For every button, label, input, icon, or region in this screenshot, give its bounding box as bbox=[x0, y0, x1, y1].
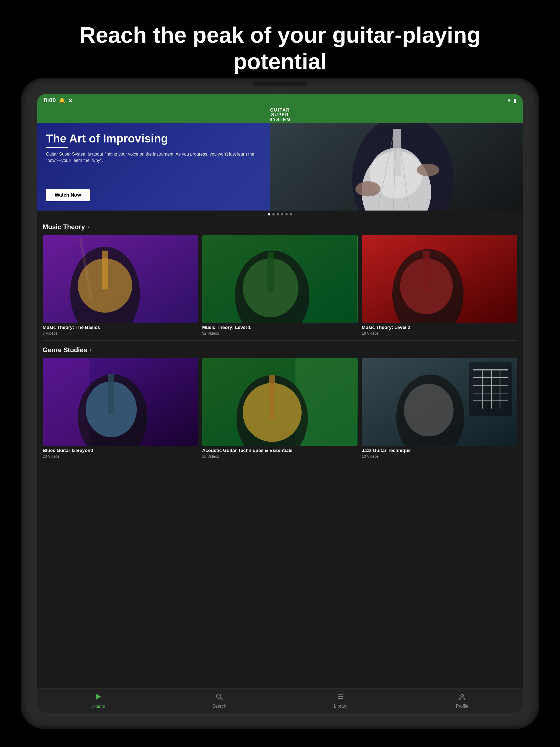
dot-4[interactable] bbox=[281, 213, 283, 215]
svg-point-46 bbox=[404, 384, 453, 437]
nav-item-profile[interactable]: Profile bbox=[446, 693, 479, 709]
video-card-music-theory-1[interactable]: Music Theory: The Basics 7 Videos bbox=[43, 235, 198, 335]
profile-label: Profile bbox=[456, 704, 468, 709]
hero-text-section: The Art of Improvising Guitar Super Syst… bbox=[37, 123, 270, 210]
thumbnail-4 bbox=[43, 358, 198, 446]
watch-now-button[interactable]: Watch Now bbox=[46, 189, 90, 201]
status-right: ▾ ▮ bbox=[508, 97, 516, 104]
section-genre-studies: Genre Studies › bbox=[37, 341, 523, 463]
video-card-music-theory-2[interactable]: Music Theory: Level 1 32 Videos bbox=[202, 235, 358, 335]
video-count-6: 10 Videos bbox=[362, 454, 517, 459]
banner-underline bbox=[46, 147, 68, 148]
status-left: 8:00 🔔 ⊙ bbox=[44, 97, 73, 104]
thumbnail-1 bbox=[43, 235, 198, 323]
svg-point-48 bbox=[217, 694, 221, 698]
profile-icon bbox=[458, 693, 466, 702]
svg-point-6 bbox=[417, 163, 439, 176]
thumbnail-3 bbox=[362, 235, 517, 323]
search-label: Search bbox=[212, 704, 226, 709]
banner-description: Guitar Super System is about finding you… bbox=[46, 151, 261, 163]
svg-line-49 bbox=[221, 698, 223, 700]
dot-1[interactable] bbox=[268, 213, 270, 215]
tablet-screen: 8:00 🔔 ⊙ ▾ ▮ GUITARSUPERSYSTEM The Art o… bbox=[37, 94, 523, 713]
explore-label: Explore bbox=[91, 704, 105, 709]
library-icon bbox=[337, 693, 345, 702]
hero-image-section bbox=[270, 123, 523, 210]
nav-item-library[interactable]: Library bbox=[324, 693, 357, 709]
dot-2[interactable] bbox=[272, 213, 275, 215]
notification-icon: 🔔 bbox=[59, 97, 65, 103]
section-title-music-theory: Music Theory bbox=[43, 223, 85, 231]
video-count-1: 7 Videos bbox=[43, 331, 198, 335]
section-header-genre-studies[interactable]: Genre Studies › bbox=[43, 346, 517, 354]
dot-5[interactable] bbox=[285, 213, 288, 215]
dot-3[interactable] bbox=[277, 213, 279, 215]
video-title-1: Music Theory: The Basics bbox=[43, 325, 198, 330]
video-count-5: 10 Videos bbox=[202, 454, 358, 459]
svg-marker-47 bbox=[96, 694, 101, 700]
video-title-3: Music Theory: Level 2 bbox=[362, 325, 517, 330]
hero-guitar-visual bbox=[270, 123, 523, 210]
svg-rect-15 bbox=[102, 251, 108, 289]
nav-item-search[interactable]: Search bbox=[203, 693, 236, 709]
video-grid-music-theory: Music Theory: The Basics 7 Videos bbox=[43, 235, 517, 335]
wifi-icon: ▾ bbox=[508, 97, 510, 104]
video-card-music-theory-3[interactable]: Music Theory: Level 2 19 Videos bbox=[362, 235, 517, 335]
app-logo: GUITARSUPERSYSTEM bbox=[269, 108, 291, 122]
video-count-2: 32 Videos bbox=[202, 331, 358, 335]
tablet-frame: 8:00 🔔 ⊙ ▾ ▮ GUITARSUPERSYSTEM The Art o… bbox=[22, 79, 538, 727]
video-count-4: 20 Videos bbox=[43, 454, 198, 459]
section-title-genre-studies: Genre Studies bbox=[43, 346, 87, 354]
status-bar: 8:00 🔔 ⊙ ▾ ▮ bbox=[37, 94, 523, 107]
video-title-4: Blues Guitar & Beyond bbox=[43, 448, 198, 453]
svg-rect-24 bbox=[423, 251, 430, 291]
thumbnail-2 bbox=[202, 235, 358, 323]
headline: Reach the peak of your guitar-playing po… bbox=[0, 0, 560, 88]
alarm-icon: ⊙ bbox=[68, 97, 73, 103]
carousel-dots bbox=[37, 210, 523, 217]
app-header: GUITARSUPERSYSTEM bbox=[37, 107, 523, 123]
hero-banner: The Art of Improvising Guitar Super Syst… bbox=[37, 123, 523, 210]
thumbnail-6 bbox=[362, 358, 517, 446]
thumbnail-5 bbox=[202, 358, 358, 446]
search-icon bbox=[215, 693, 223, 702]
section-music-theory: Music Theory › bbox=[37, 217, 523, 340]
chevron-icon-genre-studies: › bbox=[90, 346, 91, 354]
video-card-genre-2[interactable]: Acoustic Guitar Techniques & Essentials … bbox=[202, 358, 358, 459]
status-time: 8:00 bbox=[44, 97, 56, 104]
nav-item-explore[interactable]: Explore bbox=[81, 693, 114, 709]
explore-icon bbox=[94, 693, 102, 703]
video-grid-genre-studies: Blues Guitar & Beyond 20 Videos bbox=[43, 358, 517, 459]
content-area: Music Theory › bbox=[37, 217, 523, 688]
svg-rect-29 bbox=[108, 374, 114, 414]
video-title-5: Acoustic Guitar Techniques & Essentials bbox=[202, 448, 358, 453]
section-header-music-theory[interactable]: Music Theory › bbox=[43, 223, 517, 231]
svg-rect-4 bbox=[393, 129, 401, 176]
svg-rect-34 bbox=[269, 376, 275, 418]
library-label: Library bbox=[334, 704, 348, 709]
video-title-6: Jazz Guitar Technique bbox=[362, 448, 517, 453]
dot-6[interactable] bbox=[290, 213, 292, 215]
svg-point-53 bbox=[461, 694, 463, 697]
chevron-icon-music-theory: › bbox=[87, 223, 89, 231]
video-card-genre-3[interactable]: Jazz Guitar Technique 10 Videos bbox=[362, 358, 517, 459]
video-title-2: Music Theory: Level 1 bbox=[202, 325, 358, 330]
video-card-genre-1[interactable]: Blues Guitar & Beyond 20 Videos bbox=[43, 358, 198, 459]
svg-point-5 bbox=[355, 181, 381, 196]
bottom-nav: Explore Search bbox=[37, 689, 523, 713]
svg-rect-20 bbox=[268, 252, 274, 292]
battery-icon: ▮ bbox=[513, 97, 516, 104]
banner-title: The Art of Improvising bbox=[46, 132, 261, 145]
video-count-3: 19 Videos bbox=[362, 331, 517, 335]
